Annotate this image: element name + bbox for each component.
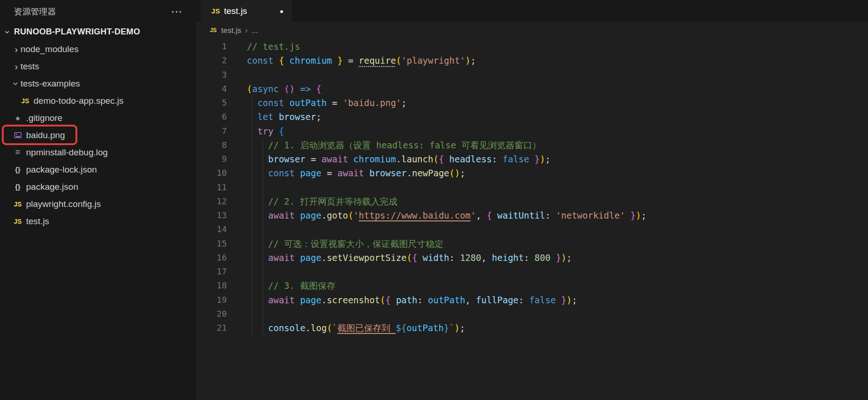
code-line-8[interactable]: 8 // 1. 启动浏览器（设置 headless: false 可看见浏览器窗… (196, 138, 868, 152)
code-token: => (300, 84, 311, 94)
code-token: setViewportSize (327, 253, 407, 263)
code-line-12[interactable]: 12 // 2. 打开网页并等待载入完成 (196, 194, 868, 208)
tree-root-folder[interactable]: › RUNOOB-PLAYWRIGHT-DEMO (0, 23, 196, 40)
code-line-9[interactable]: 9 browser = await chromium.launch({ head… (196, 152, 868, 166)
code-token: { (487, 210, 492, 220)
tree-item-label: test.js (26, 216, 49, 227)
tab-label: test.js (224, 6, 247, 16)
code-token: ; (401, 98, 407, 108)
line-number[interactable]: 9 (196, 152, 227, 166)
code-token: ) (561, 253, 566, 263)
code-token (247, 239, 268, 249)
tree-file-test.js[interactable]: JStest.js (0, 213, 196, 230)
tree-file-demo-todo-app.spec.js[interactable]: JSdemo-todo-app.spec.js (0, 92, 196, 109)
line-number[interactable]: 19 (196, 293, 227, 307)
code-line-11[interactable]: 11 (196, 180, 868, 194)
line-number[interactable]: 12 (196, 194, 227, 208)
indent-guide (252, 96, 252, 335)
line-number[interactable]: 10 (196, 166, 227, 180)
code-token (295, 84, 300, 94)
code-line-14[interactable]: 14 (196, 222, 868, 236)
line-number[interactable]: 8 (196, 138, 227, 152)
code-token (529, 154, 534, 164)
code-token: ( (396, 55, 401, 66)
code-line-13[interactable]: 13 await page.goto('https://www.baidu.co… (196, 208, 868, 222)
code-editor[interactable]: 1// test.js2const { chromium } = require… (196, 39, 868, 400)
line-number[interactable]: 13 (196, 208, 227, 222)
breadcrumb-file[interactable]: test.js (221, 26, 241, 35)
code-token: const (268, 168, 295, 178)
line-number[interactable]: 18 (196, 279, 227, 293)
code-token: waitUntil (492, 210, 545, 220)
code-token: 'networkidle' (556, 210, 625, 220)
tree-item-label: demo-todo-app.spec.js (34, 96, 123, 106)
line-number[interactable]: 16 (196, 251, 227, 265)
code-line-2[interactable]: 2const { chromium } = require('playwrigh… (196, 53, 868, 67)
line-number[interactable]: 2 (196, 53, 227, 67)
code-line-7[interactable]: 7 try { (196, 124, 868, 138)
code-token: chromium (284, 55, 337, 66)
line-number[interactable]: 4 (196, 82, 227, 96)
code-token: ; (572, 295, 577, 305)
tree-file-npminstall-debug.log[interactable]: ≡npminstall-debug.log (0, 144, 196, 161)
tree-file-package.json[interactable]: {}package.json (0, 178, 196, 195)
code-token: () (449, 168, 460, 178)
tree-file-package-lock.json[interactable]: {}package-lock.json (0, 161, 196, 178)
code-token: await (268, 210, 295, 220)
tree-file-.gitignore[interactable]: ◆.gitignore (0, 109, 196, 127)
code-token: : (492, 154, 502, 164)
line-number[interactable]: 11 (196, 180, 227, 194)
code-text: await page.setViewportSize({ width: 1280… (227, 251, 572, 265)
code-token: const (247, 55, 273, 66)
breadcrumb-more[interactable]: ... (251, 26, 258, 35)
code-token: = (327, 98, 343, 108)
code-token: ; (460, 168, 465, 178)
tree-folder-node_modules[interactable]: ›node_modules (0, 40, 196, 58)
more-actions-icon[interactable]: ⋯ (171, 6, 182, 17)
code-line-4[interactable]: 4(async () => { (196, 82, 868, 96)
tab-test-js[interactable]: JS test.js ● (201, 0, 292, 22)
code-token: // 3. 截图保存 (268, 280, 336, 291)
code-line-3[interactable]: 3 (196, 68, 868, 82)
js-file-icon: JS (12, 218, 23, 225)
code-token: { (439, 154, 444, 164)
breadcrumb-separator-icon: › (245, 26, 248, 34)
line-number[interactable]: 21 (196, 321, 227, 335)
line-number[interactable]: 14 (196, 222, 227, 236)
code-line-1[interactable]: 1// test.js (196, 40, 868, 53)
line-number[interactable]: 1 (196, 40, 227, 53)
code-token: browser (279, 112, 316, 122)
code-line-20[interactable]: 20 (196, 307, 868, 321)
line-number[interactable]: 20 (196, 307, 227, 321)
modified-indicator-icon[interactable]: ● (280, 7, 284, 15)
json-file-icon: {} (12, 183, 23, 191)
explorer-header: 资源管理器 ⋯ (0, 0, 196, 23)
code-line-19[interactable]: 19 await page.screenshot({ path: outPath… (196, 293, 868, 307)
tab-bar: JS test.js ● (196, 0, 868, 22)
code-line-21[interactable]: 21 console.log(`截图已保存到 ${outPath}`); (196, 321, 868, 335)
line-number[interactable]: 15 (196, 237, 227, 251)
code-line-16[interactable]: 16 await page.setViewportSize({ width: 1… (196, 251, 868, 265)
tree-folder-tests[interactable]: ›tests (0, 58, 196, 75)
line-number[interactable]: 6 (196, 110, 227, 124)
code-line-6[interactable]: 6 let browser; (196, 110, 868, 124)
line-number[interactable]: 17 (196, 265, 227, 279)
line-number[interactable]: 3 (196, 68, 227, 82)
code-line-15[interactable]: 15 // 可选：设置视窗大小，保证截图尺寸稳定 (196, 237, 868, 251)
code-token: // test.js (247, 41, 300, 52)
code-line-17[interactable]: 17 (196, 265, 868, 279)
code-token: { (412, 253, 417, 263)
line-number[interactable]: 5 (196, 96, 227, 110)
code-token (247, 253, 268, 263)
code-token: ; (471, 55, 476, 66)
code-line-10[interactable]: 10 const page = await browser.newPage(); (196, 166, 868, 180)
code-token: . (321, 295, 326, 305)
tree-file-baidu.png[interactable]: baidu.png (0, 127, 196, 144)
code-line-18[interactable]: 18 // 3. 截图保存 (196, 279, 868, 293)
tree-file-playwright.config.js[interactable]: JSplaywright.config.js (0, 195, 196, 213)
code-line-5[interactable]: 5 const outPath = 'baidu.png'; (196, 96, 868, 110)
tree-folder-tests-examples[interactable]: ›tests-examples (0, 75, 196, 92)
code-token: browser (268, 154, 305, 164)
code-token: . (305, 323, 311, 333)
line-number[interactable]: 7 (196, 124, 227, 138)
